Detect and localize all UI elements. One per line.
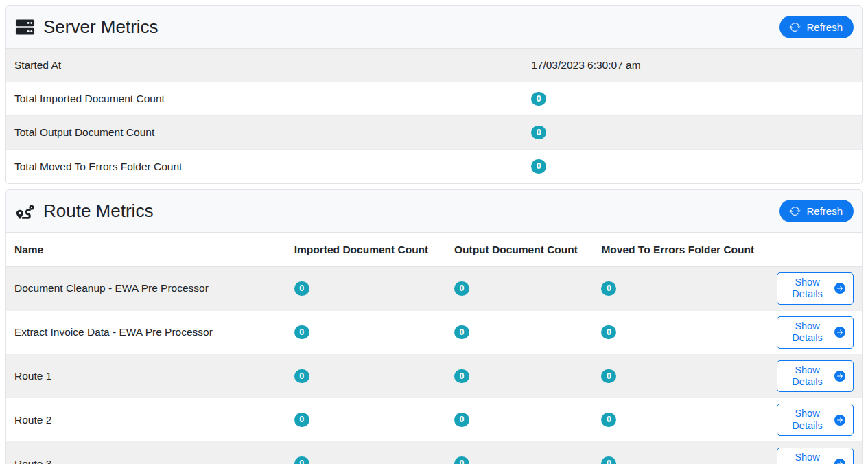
count-badge: 0 bbox=[454, 369, 469, 384]
show-details-label: Show Details bbox=[785, 452, 830, 464]
route-name: Route 3 bbox=[6, 450, 286, 464]
metric-value: 0 bbox=[523, 84, 862, 115]
count-badge: 0 bbox=[454, 325, 469, 340]
route-metrics-card: Route Metrics Refresh Name Imported Docu… bbox=[5, 189, 863, 464]
column-header-imported: Imported Document Count bbox=[286, 235, 446, 264]
metric-value: 0 bbox=[523, 151, 862, 182]
count-badge: 0 bbox=[294, 281, 309, 296]
show-details-button[interactable]: Show Details bbox=[777, 448, 854, 464]
count-badge: 0 bbox=[294, 325, 309, 340]
count-badge: 0 bbox=[531, 92, 546, 106]
refresh-icon bbox=[789, 205, 801, 217]
arrow-right-circle-icon bbox=[834, 371, 845, 382]
show-details-button[interactable]: Show Details bbox=[777, 316, 854, 349]
arrow-right-circle-icon bbox=[834, 459, 845, 464]
count-badge: 0 bbox=[601, 369, 616, 384]
count-badge: 0 bbox=[294, 413, 309, 427]
count-badge: 0 bbox=[294, 369, 309, 384]
column-header-output: Output Document Count bbox=[446, 235, 593, 264]
count-badge: 0 bbox=[454, 413, 469, 427]
server-metrics-header: Server Metrics Refresh bbox=[6, 6, 862, 49]
route-metrics-title-text: Route Metrics bbox=[43, 200, 153, 222]
count-badge: 0 bbox=[531, 159, 546, 174]
show-details-button[interactable]: Show Details bbox=[777, 360, 854, 393]
route-name: Route 2 bbox=[6, 406, 286, 434]
route-row: Route 3 0 0 0 Show Details bbox=[6, 442, 862, 464]
arrow-right-circle-icon bbox=[834, 327, 845, 338]
metric-label: Total Imported Document Count bbox=[6, 84, 523, 113]
count-badge: 0 bbox=[454, 456, 469, 464]
count-badge: 0 bbox=[601, 456, 616, 464]
count-badge: 0 bbox=[601, 413, 616, 427]
show-details-label: Show Details bbox=[785, 277, 830, 301]
server-metrics-title: Server Metrics bbox=[14, 16, 159, 38]
arrow-right-circle-icon bbox=[834, 415, 845, 426]
route-name: Route 1 bbox=[6, 362, 286, 391]
route-name: Extract Invoice Data - EWA Pre Processor bbox=[6, 318, 286, 347]
route-row: Extract Invoice Data - EWA Pre Processor… bbox=[6, 311, 862, 355]
route-metrics-title: Route Metrics bbox=[14, 200, 153, 222]
route-name: Document Cleanup - EWA Pre Processor bbox=[6, 274, 286, 303]
count-badge: 0 bbox=[531, 126, 546, 140]
route-refresh-label: Refresh bbox=[806, 206, 843, 216]
show-details-button[interactable]: Show Details bbox=[777, 404, 854, 436]
metric-row-total-moved-errors: Total Moved To Errors Folder Count 0 bbox=[6, 150, 862, 183]
server-icon bbox=[14, 16, 36, 38]
route-metrics-header: Route Metrics Refresh bbox=[6, 190, 862, 233]
dashboard-page: Server Metrics Refresh Started At 17/03/… bbox=[0, 0, 868, 464]
refresh-icon bbox=[789, 21, 801, 33]
metric-value: 0 bbox=[523, 117, 862, 148]
route-row: Document Cleanup - EWA Pre Processor 0 0… bbox=[6, 267, 862, 311]
count-badge: 0 bbox=[601, 281, 616, 296]
show-details-label: Show Details bbox=[785, 408, 830, 432]
column-header-moved: Moved To Errors Folder Count bbox=[593, 235, 769, 264]
metric-value: 17/03/2023 6:30:07 am bbox=[523, 51, 862, 80]
arrow-right-circle-icon bbox=[834, 283, 845, 294]
count-badge: 0 bbox=[601, 325, 616, 340]
show-details-button[interactable]: Show Details bbox=[777, 272, 854, 305]
show-details-label: Show Details bbox=[785, 321, 830, 345]
route-table-header: Name Imported Document Count Output Docu… bbox=[6, 233, 862, 267]
show-details-label: Show Details bbox=[785, 364, 830, 388]
metric-label: Total Output Document Count bbox=[6, 118, 523, 147]
metric-row-total-output: Total Output Document Count 0 bbox=[6, 116, 862, 150]
metric-row-started-at: Started At 17/03/2023 6:30:07 am bbox=[6, 49, 862, 82]
count-badge: 0 bbox=[454, 281, 469, 296]
server-metrics-refresh-button[interactable]: Refresh bbox=[779, 16, 854, 38]
metric-row-total-imported: Total Imported Document Count 0 bbox=[6, 82, 862, 116]
server-metrics-card: Server Metrics Refresh Started At 17/03/… bbox=[5, 5, 863, 184]
route-row: Route 1 0 0 0 Show Details bbox=[6, 355, 862, 399]
route-icon bbox=[14, 200, 36, 222]
server-refresh-label: Refresh bbox=[806, 22, 843, 32]
server-metrics-title-text: Server Metrics bbox=[43, 16, 159, 38]
count-badge: 0 bbox=[294, 456, 309, 464]
column-header-action bbox=[769, 244, 862, 255]
route-metrics-refresh-button[interactable]: Refresh bbox=[779, 200, 854, 222]
route-row: Route 2 0 0 0 Show Details bbox=[6, 398, 862, 442]
metric-label: Started At bbox=[6, 51, 523, 80]
metric-label: Total Moved To Errors Folder Count bbox=[6, 152, 523, 181]
column-header-name: Name bbox=[6, 235, 286, 264]
